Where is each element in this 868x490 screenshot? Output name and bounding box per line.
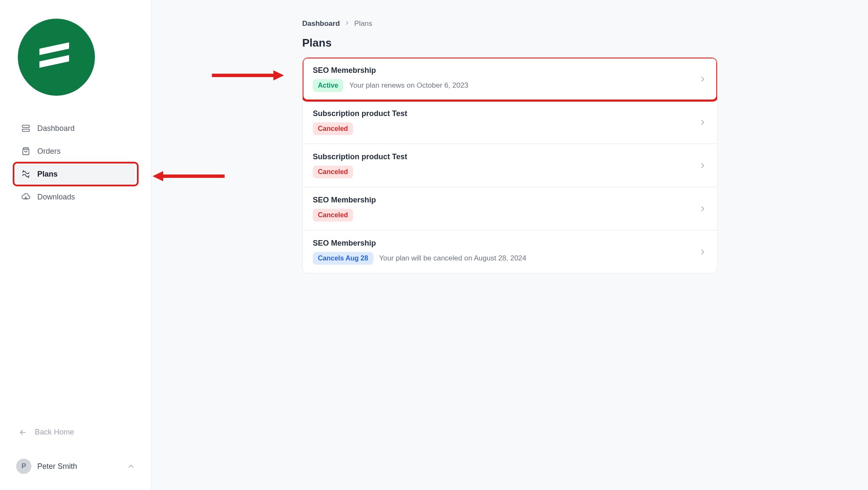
svg-rect-0 bbox=[22, 125, 30, 128]
plan-title: SEO Membership bbox=[313, 239, 698, 248]
sidebar-item-label: Orders bbox=[37, 147, 61, 156]
user-name: Peter Smith bbox=[37, 462, 121, 471]
dashboard-icon bbox=[21, 124, 31, 133]
plan-row[interactable]: Subscription product Test Canceled bbox=[303, 144, 717, 187]
status-badge: Active bbox=[313, 79, 343, 92]
plan-row[interactable]: SEO Memebrship Active Your plan renews o… bbox=[303, 58, 717, 101]
main: Dashboard Plans Plans SEO Memebrship Act… bbox=[152, 0, 868, 490]
sidebar-item-label: Plans bbox=[37, 170, 58, 179]
breadcrumb-root[interactable]: Dashboard bbox=[302, 19, 340, 28]
plan-row[interactable]: SEO Membership Canceled bbox=[303, 187, 717, 230]
sidebar-item-orders[interactable]: Orders bbox=[16, 141, 135, 162]
chevron-right-icon bbox=[698, 161, 707, 170]
plan-title: Subscription product Test bbox=[313, 152, 698, 161]
back-home-link[interactable]: Back Home bbox=[16, 425, 135, 439]
status-badge: Canceled bbox=[313, 122, 353, 135]
chevron-right-icon bbox=[698, 118, 707, 127]
sidebar-item-label: Downloads bbox=[37, 193, 75, 202]
status-badge: Cancels Aug 28 bbox=[313, 252, 373, 265]
arrow-left-icon bbox=[19, 428, 27, 437]
downloads-icon bbox=[21, 192, 31, 202]
logo bbox=[18, 19, 135, 96]
status-badge: Canceled bbox=[313, 209, 353, 221]
breadcrumb: Dashboard Plans bbox=[302, 19, 718, 28]
plan-title: SEO Memebrship bbox=[313, 66, 698, 75]
avatar: P bbox=[16, 459, 31, 474]
back-home-label: Back Home bbox=[35, 428, 74, 437]
user-menu[interactable]: P Peter Smith bbox=[16, 456, 135, 476]
sidebar-item-dashboard[interactable]: Dashboard bbox=[16, 118, 135, 139]
chevron-right-icon bbox=[698, 205, 707, 213]
plan-title: SEO Membership bbox=[313, 196, 698, 205]
status-badge: Canceled bbox=[313, 166, 353, 178]
avatar-initial: P bbox=[22, 462, 26, 470]
brand-logo[interactable] bbox=[18, 19, 95, 96]
chevron-right-icon bbox=[698, 75, 707, 83]
plan-row[interactable]: SEO Membership Cancels Aug 28 Your plan … bbox=[303, 230, 717, 273]
chevron-right-icon bbox=[344, 19, 350, 28]
nav: Dashboard Orders bbox=[16, 118, 135, 208]
orders-icon bbox=[21, 147, 31, 156]
plans-card: SEO Memebrship Active Your plan renews o… bbox=[302, 57, 718, 274]
page-title: Plans bbox=[302, 36, 718, 50]
plan-title: Subscription product Test bbox=[313, 109, 698, 118]
sidebar: Dashboard Orders bbox=[0, 0, 152, 490]
plan-note: Your plan will be canceled on August 28,… bbox=[379, 254, 526, 263]
sidebar-item-label: Dashboard bbox=[37, 124, 75, 133]
svg-rect-1 bbox=[22, 129, 30, 132]
chevron-right-icon bbox=[698, 248, 707, 256]
plan-row[interactable]: Subscription product Test Canceled bbox=[303, 101, 717, 144]
sidebar-item-plans[interactable]: Plans bbox=[16, 163, 135, 185]
plan-note: Your plan renews on October 6, 2023 bbox=[349, 81, 468, 90]
plans-icon bbox=[21, 169, 31, 179]
breadcrumb-current: Plans bbox=[354, 19, 373, 28]
sidebar-item-downloads[interactable]: Downloads bbox=[16, 186, 135, 208]
chevron-up-icon bbox=[127, 462, 135, 471]
